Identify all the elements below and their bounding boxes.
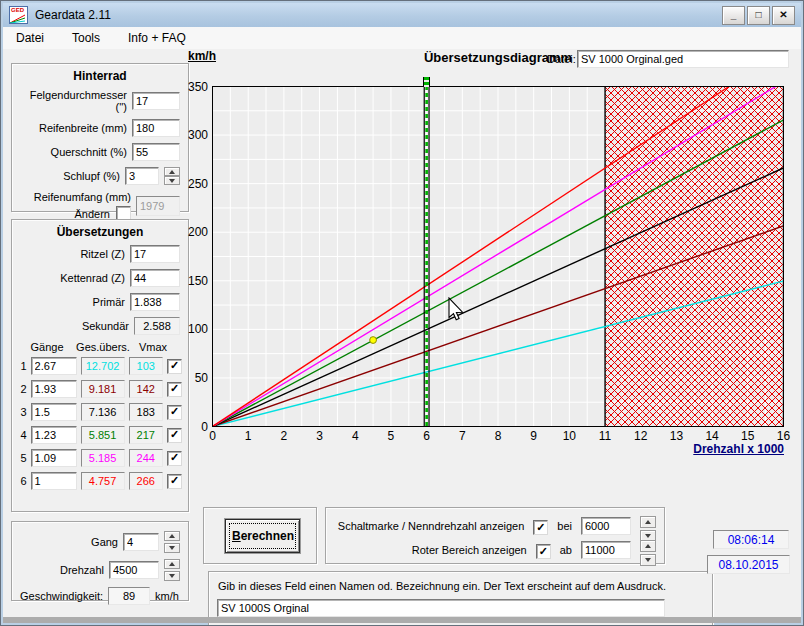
red-zone-label: Roter Bereich anzeigen [336, 544, 527, 556]
schlupf-spinner-up[interactable] [164, 167, 180, 176]
title-bar: GED Geardata 2.11 _ □ ✕ [3, 3, 801, 27]
reifenumfang-label: Reifenumfang (mm) [34, 191, 131, 203]
check-glyph: ✓ [170, 360, 179, 371]
gear-visible-checkbox-1[interactable]: ✓ [167, 359, 182, 374]
drehzahl-spinner [164, 559, 180, 581]
date-display: 08.10.2015 [707, 555, 790, 574]
gear-visible-checkbox-3[interactable]: ✓ [167, 405, 182, 420]
y-tick-250: 250 [182, 177, 208, 191]
gear-ratio-input-3[interactable] [31, 403, 77, 421]
uebersetzung-field-row: Sekundär2.588 [20, 317, 180, 335]
menu-bar: DateiToolsInfo + FAQ [3, 27, 801, 49]
hinterrad-input-0[interactable] [132, 92, 180, 110]
field-label: Felgendurchmesser ('') [20, 89, 127, 113]
arrow-down-icon [645, 558, 651, 562]
schlupf-spinner [164, 167, 180, 185]
gear-ratio-input-6[interactable] [31, 472, 77, 490]
gear-ratio-input-2[interactable] [31, 380, 77, 398]
uebersetzung-input-2[interactable] [130, 293, 180, 311]
hinterrad-input-3[interactable] [125, 167, 159, 185]
x-tick-9: 9 [523, 429, 545, 443]
uebersetzung-input-0[interactable] [130, 245, 180, 263]
hinterrad-field-row: Felgendurchmesser ('') [20, 89, 180, 113]
menu-item-datei[interactable]: Datei [14, 29, 46, 47]
gear-ratio-input-5[interactable] [31, 449, 77, 467]
hinterrad-field-row: Reifenbreite (mm) [20, 119, 180, 137]
gear-visible-checkbox-5[interactable]: ✓ [167, 451, 182, 466]
red-zone-rpm-input[interactable] [581, 541, 631, 559]
arrow-up-icon [645, 544, 651, 548]
gear-visible-checkbox-2[interactable]: ✓ [167, 382, 182, 397]
red-zone-rpm-spinner-up[interactable] [640, 540, 656, 552]
chart-svg [212, 86, 784, 427]
gear-row-3: 37.136183✓ [18, 403, 182, 421]
menu-item-info-faq[interactable]: Info + FAQ [126, 29, 188, 47]
red-zone-rpm-spinner-down[interactable] [640, 554, 656, 566]
name-instruction-label: Gib in dieses Feld einen Namen od. Bezei… [218, 580, 666, 592]
check-glyph: ✓ [539, 546, 548, 557]
x-tick-16: 16 [773, 429, 795, 443]
y-tick-350: 350 [182, 80, 208, 94]
y-tick-300: 300 [182, 128, 208, 142]
gear-ratio-input-1[interactable] [31, 357, 77, 375]
reifenumfang-row: Reifenumfang (mm)Ändern1979 [20, 191, 180, 221]
x-tick-5: 5 [380, 429, 402, 443]
schlupf-spinner-down[interactable] [164, 176, 180, 185]
window-controls: _ □ ✕ [722, 6, 795, 25]
gear-visible-checkbox-4[interactable]: ✓ [167, 428, 182, 443]
red-zone-rpm-spinner [640, 540, 656, 566]
berechnen-button[interactable]: Berechnen [225, 519, 300, 553]
shift-rpm-input[interactable] [581, 517, 631, 535]
drehzahl-spinner-down[interactable] [164, 571, 180, 581]
gear-vmax: 103 [129, 357, 163, 375]
gear-number: 4 [18, 429, 27, 441]
minimize-button[interactable]: _ [722, 6, 745, 25]
close-button[interactable]: ✕ [772, 6, 795, 25]
operating-point [370, 337, 377, 344]
uebersetzung-field-row: Primär [20, 293, 180, 311]
drehzahl-input[interactable] [109, 561, 159, 579]
window-title: Geardata 2.11 [35, 8, 111, 22]
drehzahl-label: Drehzahl [20, 564, 104, 576]
uebersetzungen-groupbox: ÜbersetzungenRitzel (Z)Kettenrad (Z)Prim… [11, 219, 189, 512]
file-label: Datei: [547, 53, 576, 65]
bei-label: bei [557, 520, 572, 532]
gang-label: Gang [20, 536, 118, 548]
hinterrad-input-1[interactable] [132, 119, 180, 137]
hinterrad-field-row: Querschnitt (%) [20, 143, 180, 161]
gang-spinner [164, 531, 180, 553]
name-input[interactable] [217, 599, 665, 617]
gear-visible-checkbox-6[interactable]: ✓ [167, 474, 182, 489]
x-tick-0: 0 [202, 429, 224, 443]
file-name-field[interactable] [577, 50, 789, 68]
geschwindigkeit-label: Geschwindigkeit: [20, 590, 103, 602]
hinterrad-input-2[interactable] [132, 143, 180, 161]
gear-row-6: 64.757266✓ [18, 472, 182, 490]
gang-spinner-up[interactable] [164, 531, 180, 541]
gear-total-ratio: 9.181 [81, 380, 125, 398]
shift-marker-overhang [423, 77, 430, 87]
uebersetzung-input-1[interactable] [130, 269, 180, 287]
menu-item-tools[interactable]: Tools [70, 29, 102, 47]
maximize-button[interactable]: □ [747, 6, 770, 25]
red-zone-checkbox[interactable]: ✓ [536, 544, 551, 559]
drehzahl-spinner-up[interactable] [164, 559, 180, 569]
gang-input[interactable] [123, 533, 159, 551]
x-tick-3: 3 [309, 429, 331, 443]
gear-total-ratio: 5.185 [81, 449, 125, 467]
gear-vmax: 266 [129, 472, 163, 490]
gear-vmax: 217 [129, 426, 163, 444]
x-tick-1: 1 [237, 429, 259, 443]
window-bottom-border [3, 617, 801, 623]
shift-rpm-spinner-up[interactable] [640, 516, 656, 528]
shift-marker-checkbox[interactable]: ✓ [533, 520, 548, 535]
arrow-down-icon [169, 546, 175, 550]
reifenumfang-labels: Reifenumfang (mm)Ändern [20, 191, 131, 221]
ab-label: ab [560, 544, 572, 556]
geschwindigkeit-row: Geschwindigkeit:89km/h [20, 587, 180, 605]
gear-ratio-input-4[interactable] [31, 426, 77, 444]
gang-spinner-down[interactable] [164, 543, 180, 553]
arrow-up-icon [169, 534, 175, 538]
uebersetzung-field-row: Kettenrad (Z) [20, 269, 180, 287]
y-tick-200: 200 [182, 225, 208, 239]
